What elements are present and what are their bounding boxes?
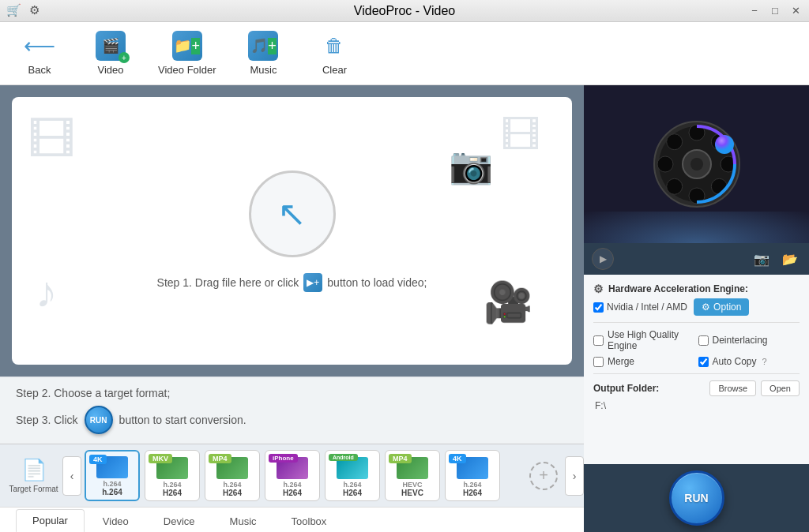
folder-open-icon[interactable]: 📂 [779,249,801,270]
high-quality-label: Use High Quality Engine [608,329,695,351]
back-label: Back [28,64,51,76]
nvidia-checkbox[interactable] [593,302,604,313]
format-name-6: HEVC [401,489,423,497]
format-sub-4: h.264 [283,481,301,489]
merge-checkbox[interactable] [593,357,604,367]
target-format-label: Target Format [9,485,58,494]
video-plus-badge: + [119,52,130,63]
browse-button[interactable]: Browse [709,380,756,396]
settings-icon[interactable]: ⚙ [29,3,40,17]
close-button[interactable]: ✕ [788,3,803,17]
tab-device[interactable]: Device [147,510,212,532]
format-prev-button[interactable]: ‹ [62,456,81,496]
option-label: Option [713,302,741,313]
deinterlacing-checkbox[interactable] [698,335,709,346]
run-button[interactable]: RUN [669,470,724,526]
format-name-7: H264 [463,489,482,497]
format-sub-1: h.264 [103,480,121,488]
quality-options-grid: Use High Quality Engine Deinterlacing Me… [593,329,800,367]
drop-zone[interactable]: 🎞 🎞 ♪ 📷 🎥 ↖ Step 1. Drag file here or cl… [12,97,572,365]
reel-container [649,117,744,212]
tab-toolbox[interactable]: Toolbox [275,510,344,532]
auto-copy-item: Auto Copy ? [698,356,800,367]
film-reel-icon [649,117,744,212]
auto-copy-checkbox[interactable] [698,357,709,367]
svg-point-9 [666,178,682,194]
hw-row: Nvidia / Intel / AMD ⚙ Option [593,298,800,316]
nvidia-checkbox-label: Nvidia / Intel / AMD [593,302,687,313]
upload-circle[interactable]: ↖ [249,170,336,257]
step3-prefix: Step 3. Click [16,414,78,426]
step1-prefix: Step 1. Drag file here or click [157,276,299,289]
format-items: 4K h.264 h.264 MKV h.264 H264 MP4 h.264 … [85,450,522,501]
step1-suffix: button to load video; [327,276,427,289]
format-name-1: h.264 [102,488,122,496]
format-item-android[interactable]: Android h.264 H264 [325,450,380,501]
tab-music[interactable]: Music [213,510,273,532]
format-item-4k-h264[interactable]: 4K h.264 h.264 [85,450,140,501]
merge-item: Merge [593,356,695,367]
format-badge-android: Android [329,454,358,461]
format-badge-iphone: iPhone [269,454,298,463]
title-bar: 🛒 ⚙ VideoProc - Video − □ ✕ [0,0,809,22]
camera-icon[interactable]: 📷 [751,249,773,270]
settings-divider-1 [593,322,800,323]
option-button[interactable]: ⚙ Option [694,298,749,316]
format-sub-5: h.264 [343,481,361,489]
format-name-4: H264 [283,489,302,497]
add-format-button[interactable]: + [529,462,558,490]
tab-popular[interactable]: Popular [16,509,85,532]
music-button[interactable]: 🎵 + Music [239,31,287,76]
format-item-mkv[interactable]: MKV h.264 H264 [145,450,200,501]
high-quality-item: Use High Quality Engine [593,329,695,351]
maximize-button[interactable]: □ [768,3,782,17]
music-icon: 🎵 + [248,31,278,61]
hw-icon: ⚙ [593,283,604,295]
format-name-2: H264 [163,489,182,497]
title-bar-text: VideoProc - Video [354,4,455,18]
bg-icon-film2: 🎞 [501,113,540,159]
nvidia-label-text: Nvidia / Intel / AMD [607,302,687,313]
video-button[interactable]: 🎬 + Video [87,31,134,76]
video-preview [584,85,809,243]
tab-video[interactable]: Video [86,510,145,532]
format-item-mp4-1[interactable]: MP4 h.264 H264 [205,450,260,501]
format-badge-mp4-1: MP4 [209,454,231,463]
preview-controls: ▶ 📷 📂 [584,243,809,275]
auto-copy-help[interactable]: ? [762,357,767,366]
format-name-3: H264 [223,489,242,497]
minimize-button[interactable]: − [747,3,762,17]
back-icon: ⟵ [24,33,55,59]
format-badge-mp4-2: MP4 [389,454,412,463]
deinterlacing-item: Deinterlacing [698,329,800,351]
output-folder-label: Output Folder: [593,383,659,394]
open-button[interactable]: Open [761,380,800,396]
target-format-button[interactable]: 📄 Target Format [8,450,59,501]
format-name-5: H264 [343,489,362,497]
clear-button[interactable]: 🗑 Clear [310,31,358,76]
svg-point-4 [657,156,673,172]
high-quality-checkbox[interactable] [593,335,604,346]
cart-icon-area: 🛒 ⚙ [6,3,40,17]
gear-option-icon: ⚙ [702,302,710,313]
format-item-iphone[interactable]: iPhone h.264 H264 [265,450,320,501]
format-item-mp4-hevc[interactable]: MP4 HEVC HEVC [385,450,440,501]
format-item-4k-h264-2[interactable]: 4K h.264 H264 [445,450,500,501]
settings-panel: ⚙ Hardware Acceleration Engine: Nvidia /… [584,275,809,464]
hw-section-title: ⚙ Hardware Acceleration Engine: [593,283,800,295]
video-folder-button[interactable]: 📁 + Video Folder [158,31,216,76]
format-badge-mkv: MKV [149,454,172,463]
format-sub-3: h.264 [223,481,241,489]
play-button[interactable]: ▶ [592,248,614,270]
clear-icon: 🗑 [319,31,349,61]
left-panel: 🎞 🎞 ♪ 📷 🎥 ↖ Step 1. Drag file here or cl… [0,85,584,532]
cart-icon[interactable]: 🛒 [6,3,21,17]
svg-point-12 [715,135,734,154]
bg-icon-film: 🎞 [28,113,75,167]
back-button[interactable]: ⟵ Back [16,31,63,76]
toolbar: ⟵ Back 🎬 + Video 📁 + Video Folder 🎵 + [0,22,809,85]
title-bar-controls: − □ ✕ [747,3,803,17]
run-mini-button[interactable]: RUN [85,406,113,434]
format-sub-2: h.264 [163,481,181,489]
format-next-button[interactable]: › [565,456,584,496]
